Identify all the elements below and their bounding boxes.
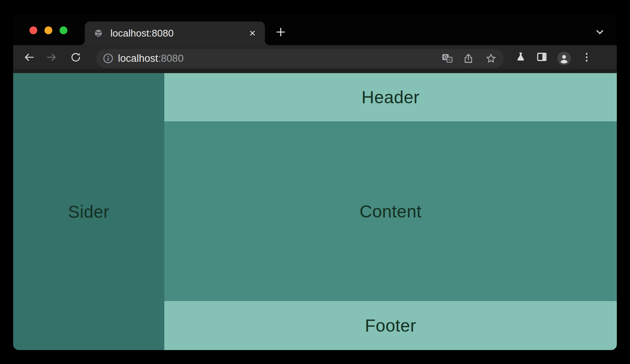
page-layout: Sider Header Content Footer xyxy=(13,73,617,350)
svg-text:✕: ✕ xyxy=(448,58,451,62)
header-label: Header xyxy=(362,87,420,107)
forward-icon[interactable] xyxy=(46,52,57,63)
layout-content: Content xyxy=(164,121,617,301)
new-tab-icon[interactable] xyxy=(275,27,286,37)
browser-toolbar: localhost:8080 G ✕ xyxy=(13,45,617,73)
side-panel-icon[interactable] xyxy=(536,51,547,63)
footer-label: Footer xyxy=(365,315,416,336)
chevron-down-icon[interactable] xyxy=(595,28,604,37)
minimize-window-button[interactable] xyxy=(44,26,52,34)
url-text: localhost:8080 xyxy=(118,49,183,68)
share-icon[interactable] xyxy=(463,53,474,64)
reload-icon[interactable] xyxy=(70,52,81,63)
content-label: Content xyxy=(359,201,422,222)
layout-main-column: Header Content Footer xyxy=(164,73,617,350)
tab-close-icon[interactable] xyxy=(248,29,257,37)
url-host: localhost xyxy=(118,53,158,64)
bookmark-star-icon[interactable] xyxy=(485,53,497,64)
site-info-icon[interactable] xyxy=(103,53,113,64)
tab-title: localhost:8080 xyxy=(110,21,174,45)
url-port: :8080 xyxy=(158,53,184,64)
translate-icon[interactable]: G ✕ xyxy=(442,53,453,64)
tab-bar: localhost:8080 xyxy=(13,14,617,45)
menu-dots-icon[interactable] xyxy=(582,52,591,62)
zoom-window-button[interactable] xyxy=(60,26,67,34)
back-icon[interactable] xyxy=(23,52,35,63)
address-bar[interactable]: localhost:8080 G ✕ xyxy=(96,49,504,68)
layout-footer: Footer xyxy=(164,301,617,350)
browser-window: localhost:8080 xyxy=(13,14,617,350)
sider-label: Sider xyxy=(68,202,110,222)
flask-extension-icon[interactable] xyxy=(515,51,526,63)
profile-avatar-icon[interactable] xyxy=(557,52,571,65)
close-window-button[interactable] xyxy=(29,26,37,34)
layout-header: Header xyxy=(164,73,617,121)
browser-tab[interactable]: localhost:8080 xyxy=(85,21,265,45)
traffic-lights xyxy=(29,26,67,34)
globe-favicon-icon xyxy=(94,29,102,37)
layout-sider: Sider xyxy=(13,73,164,350)
